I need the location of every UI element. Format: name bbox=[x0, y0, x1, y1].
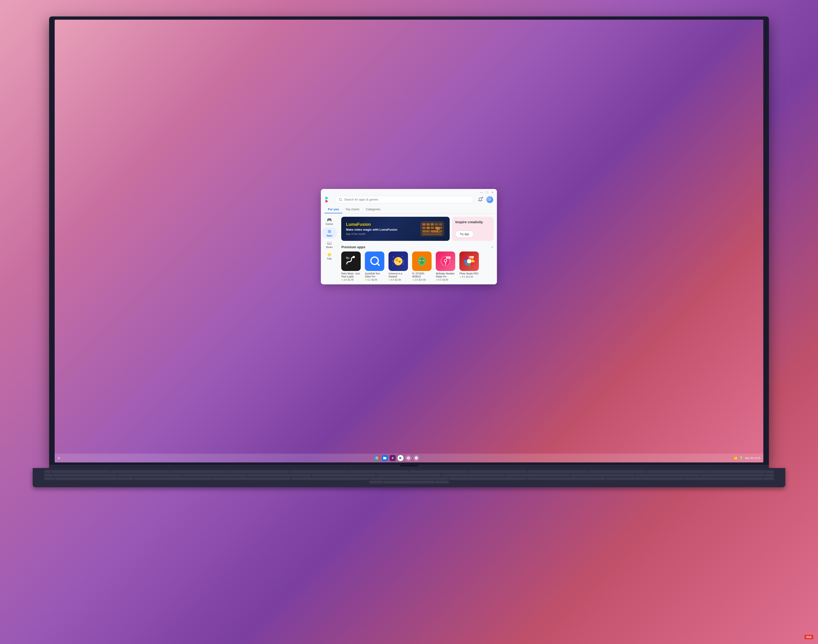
svg-rect-17 bbox=[422, 230, 430, 233]
svg-point-36 bbox=[403, 264, 404, 264]
svg-point-49 bbox=[445, 260, 447, 262]
quickedit-app-name: QuickEdit Text Editor Pro bbox=[365, 272, 386, 278]
keyboard bbox=[44, 470, 774, 483]
sidebar-item-games[interactable]: 🎮 Games bbox=[322, 216, 337, 227]
tab-for-you[interactable]: For you bbox=[325, 205, 342, 213]
quickedit-app-rating: ★ 4.2 $3.99 bbox=[365, 279, 377, 281]
app-card-retro[interactable]: Retro Mode - Icon Pack (Light) ★ 3.8 $1.… bbox=[341, 251, 362, 281]
taskbar-dot bbox=[58, 457, 60, 459]
maximize-button[interactable]: □ bbox=[485, 191, 489, 194]
play-logo bbox=[325, 196, 332, 203]
try-app-button[interactable]: Try app bbox=[455, 231, 473, 238]
play-store-header: U bbox=[321, 195, 497, 205]
search-icon bbox=[339, 198, 342, 201]
books-icon: 📖 bbox=[327, 241, 332, 245]
keyboard-area bbox=[33, 468, 785, 487]
app-card-universe[interactable]: Universe in a Nutshell ★ 4.9 $2.99 bbox=[388, 251, 410, 281]
play-store-taskbar-icon[interactable] bbox=[397, 455, 404, 461]
featured-banner[interactable]: LumaFusion Make video magic with LumaFus… bbox=[341, 217, 450, 241]
svg-point-37 bbox=[393, 265, 393, 265]
search-input[interactable] bbox=[344, 198, 470, 201]
books-label: Books bbox=[326, 246, 333, 248]
myradar-app-rating: ★ 4.5 $3.99 bbox=[436, 279, 448, 281]
promo-title: Inspire creativity bbox=[455, 220, 490, 224]
svg-rect-13 bbox=[427, 227, 430, 229]
avatar[interactable]: U bbox=[486, 196, 493, 203]
svg-rect-12 bbox=[422, 227, 425, 229]
section-title: Premium apps bbox=[341, 245, 365, 249]
svg-point-42 bbox=[423, 261, 424, 261]
svg-rect-9 bbox=[431, 223, 434, 225]
app-card-myradar[interactable]: PRO MyRadar Weather Radar Pro bbox=[436, 251, 457, 281]
svg-rect-11 bbox=[439, 223, 442, 225]
notification-dot bbox=[481, 196, 483, 198]
close-button[interactable]: × bbox=[491, 191, 494, 194]
kids-label: Kids bbox=[327, 258, 331, 260]
premium-apps-grid: Retro Mode - Icon Pack (Light) ★ 3.8 $1.… bbox=[341, 251, 494, 281]
laptop-hinge bbox=[49, 465, 769, 468]
tab-top-charts[interactable]: Top charts bbox=[342, 205, 362, 213]
shield-taskbar-icon[interactable] bbox=[413, 455, 419, 461]
svg-rect-20 bbox=[422, 233, 442, 235]
main-content: LumaFusion Make video magic with LumaFus… bbox=[338, 213, 497, 284]
system-time: Mar 30 12:10 bbox=[745, 457, 760, 460]
promo-card: Inspire creativity Try app bbox=[452, 217, 494, 241]
header-actions: U bbox=[477, 196, 493, 203]
myradar-app-name: MyRadar Weather Radar Pro bbox=[436, 272, 457, 278]
screen-bezel: — □ × bbox=[49, 17, 769, 465]
app-icon-photo-studio: PRO bbox=[459, 251, 479, 271]
retro-app-name: Retro Mode - Icon Pack (Light) bbox=[341, 272, 362, 278]
lumafusion-graphic bbox=[419, 221, 445, 237]
apps-label: Apps bbox=[327, 235, 332, 237]
notification-button[interactable] bbox=[477, 196, 484, 203]
svg-point-53 bbox=[468, 263, 470, 267]
app-card-quickedit[interactable]: QuickEdit Text Editor Pro ★ 4.2 $3.99 bbox=[365, 251, 386, 281]
slack-taskbar-icon[interactable]: # bbox=[390, 455, 396, 461]
sidebar: 🎮 Games ⊞ Apps 📖 Books bbox=[321, 213, 338, 284]
screen-area: — □ × bbox=[0, 0, 818, 644]
play-store-window: — □ × bbox=[321, 189, 497, 284]
svg-rect-14 bbox=[431, 227, 434, 229]
apps-grid-icon: ⊞ bbox=[328, 229, 331, 234]
chrome-taskbar-icon[interactable] bbox=[374, 455, 380, 461]
svg-point-55 bbox=[471, 260, 475, 262]
universe-app-rating: ★ 4.9 $2.99 bbox=[388, 279, 401, 281]
universe-app-name: Universe in a Nutshell bbox=[388, 272, 410, 278]
svg-rect-10 bbox=[435, 223, 438, 225]
app-icon-fl-studio bbox=[412, 251, 431, 271]
photo-studio-icon-graphic: PRO bbox=[463, 255, 476, 268]
tab-categories[interactable]: Categories bbox=[362, 205, 384, 213]
search-bar[interactable] bbox=[335, 196, 473, 203]
screen-content-area: — □ × bbox=[55, 20, 763, 462]
svg-marker-63 bbox=[399, 457, 402, 460]
window-body: 🎮 Games ⊞ Apps 📖 Books bbox=[321, 213, 497, 284]
app-card-fl-studio[interactable]: FL STUDIO MOBILE ★ 3.8 $14.99 bbox=[412, 251, 433, 281]
files-taskbar-icon[interactable] bbox=[382, 455, 388, 461]
sidebar-item-kids[interactable]: ⭐ Kids bbox=[322, 251, 337, 262]
myradar-icon-graphic: PRO bbox=[439, 255, 452, 268]
svg-point-60 bbox=[467, 259, 471, 263]
svg-point-31 bbox=[396, 258, 398, 261]
sidebar-item-apps[interactable]: ⊞ Apps bbox=[322, 227, 337, 239]
settings-taskbar-icon[interactable] bbox=[405, 455, 411, 461]
laptop-notch bbox=[400, 465, 418, 467]
fl-studio-icon-graphic bbox=[415, 255, 428, 268]
banner-app-name: LumaFusion bbox=[346, 222, 397, 227]
shield-icon bbox=[414, 456, 418, 460]
app-card-photo-studio[interactable]: PRO Photo Studio PRO ★ 4.5 $19.99 bbox=[459, 251, 481, 281]
sidebar-item-books[interactable]: 📖 Books bbox=[322, 239, 337, 250]
gear-icon bbox=[407, 456, 410, 460]
photo-studio-app-rating: ★ 4.5 $19.99 bbox=[459, 276, 473, 278]
banner-graphic bbox=[419, 221, 445, 237]
svg-point-35 bbox=[402, 256, 402, 257]
banner-text-area: LumaFusion Make video magic with LumaFus… bbox=[346, 222, 397, 235]
universe-icon-graphic bbox=[392, 255, 405, 268]
banner-subtitle: App of the month bbox=[346, 233, 397, 235]
svg-point-54 bbox=[463, 260, 467, 262]
banner-title: Make video magic with LumaFusion bbox=[346, 228, 397, 232]
minimize-button[interactable]: — bbox=[480, 191, 483, 194]
quickedit-icon-graphic bbox=[368, 255, 381, 268]
premium-section: Premium apps → bbox=[341, 245, 494, 281]
window-titlebar: — □ × bbox=[321, 189, 497, 195]
section-arrow[interactable]: → bbox=[490, 245, 494, 249]
